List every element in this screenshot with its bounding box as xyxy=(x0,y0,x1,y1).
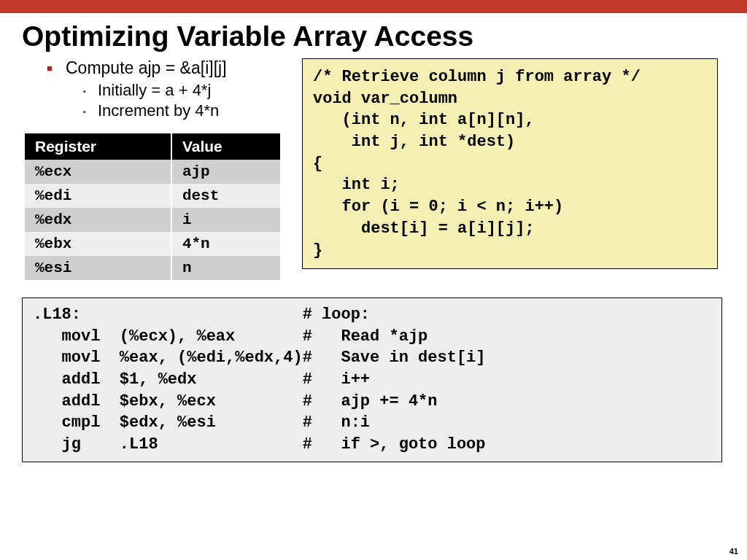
page-number: 41 xyxy=(729,547,738,556)
bullet-list: Compute ajp = &a[i][j] Initially = a + 4… xyxy=(66,58,280,122)
table-row: %edi dest xyxy=(25,184,280,208)
cell-register: %edi xyxy=(25,184,171,208)
cell-register: %edx xyxy=(25,208,171,232)
table-row: %ecx ajp xyxy=(25,160,280,184)
asm-code-box: .L18: # loop: movl (%ecx), %eax # Read *… xyxy=(22,298,722,462)
upper-row: Compute ajp = &a[i][j] Initially = a + 4… xyxy=(22,58,725,280)
cell-value: ajp xyxy=(171,160,280,184)
cell-register: %ebx xyxy=(25,232,171,256)
table-header-register: Register xyxy=(25,133,171,160)
left-column: Compute ajp = &a[i][j] Initially = a + 4… xyxy=(22,58,280,280)
bullet-main: Compute ajp = &a[i][j] xyxy=(66,58,280,78)
table-row: %edx i xyxy=(25,208,280,232)
table-row: %ebx 4*n xyxy=(25,232,280,256)
c-code-box: /* Retrieve column j from array */ void … xyxy=(302,58,718,269)
slide-title: Optimizing Variable Array Access xyxy=(22,20,725,52)
cell-value: i xyxy=(171,208,280,232)
cell-value: 4*n xyxy=(171,232,280,256)
table-header-row: Register Value xyxy=(25,133,280,160)
cell-register: %esi xyxy=(25,256,171,280)
cell-value: dest xyxy=(171,184,280,208)
slide-body: Optimizing Variable Array Access Compute… xyxy=(0,13,747,560)
cell-register: %ecx xyxy=(25,160,171,184)
bullet-sub-1: Initially = a + 4*j xyxy=(98,81,280,100)
bullet-sub-2: Increment by 4*n xyxy=(98,101,280,120)
cell-value: n xyxy=(171,256,280,280)
table-row: %esi n xyxy=(25,256,280,280)
register-table: Register Value %ecx ajp %edi dest %edx i… xyxy=(25,133,280,280)
table-header-value: Value xyxy=(171,133,280,160)
top-accent-bar xyxy=(0,0,747,13)
